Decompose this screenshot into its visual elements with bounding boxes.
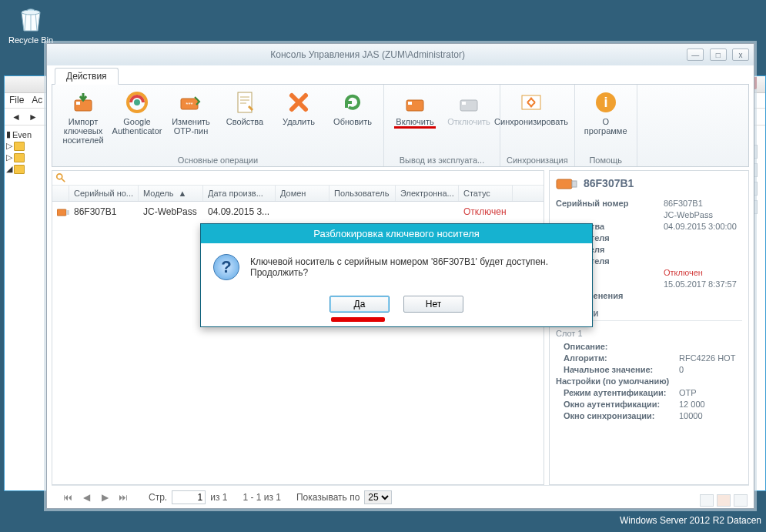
ribbon-group-label: Вывод из эксплуата... — [390, 154, 493, 165]
ribbon-group-label: Синхронизация — [507, 154, 568, 165]
ribbon-label: Обновить — [333, 117, 372, 126]
ribbon-enable-button[interactable]: Включить — [390, 88, 440, 154]
win-close-button[interactable]: x — [732, 49, 749, 61]
ribbon-sync-button[interactable]: Синхронизировать — [507, 88, 556, 154]
pager-show-label: Показывать по — [296, 492, 360, 503]
pager-first[interactable]: ⏮ — [61, 492, 75, 503]
grid-panel: Серийный но...Модель ▲Дата произв...Доме… — [52, 170, 544, 485]
ribbon-props-button[interactable]: Свойства — [220, 88, 269, 154]
annotation-underline — [394, 126, 436, 129]
table-col[interactable]: Модель ▲ — [139, 186, 203, 201]
back-arrow-icon[interactable]: ◄ — [9, 111, 23, 123]
table-col[interactable]: Пользователь — [329, 186, 396, 201]
prop-value: 86F307B1 — [664, 199, 703, 208]
about-icon: i — [593, 89, 619, 115]
pager-next[interactable]: ▶ — [98, 492, 112, 503]
delete-icon — [286, 89, 312, 115]
win-minimize-button[interactable]: — — [687, 49, 704, 61]
table-header: Серийный но...Модель ▲Дата произв...Доме… — [52, 186, 544, 202]
disable-icon — [456, 89, 482, 115]
dialog-no-button[interactable]: Нет — [403, 296, 463, 313]
fwd-arrow-icon[interactable]: ► — [26, 111, 40, 123]
bg-menu-action[interactable]: Ac — [32, 95, 42, 106]
win-maximize-button[interactable]: □ — [710, 49, 727, 61]
dialog-message: Ключевой носитель с серийным номером '86… — [250, 256, 580, 278]
details-panel: 86F307B1 Серийный номер86F307B1JC-WebPas… — [549, 170, 749, 485]
unlock-dialog: Разблокировка ключевого носителя ? Ключе… — [200, 223, 593, 327]
folder-icon — [14, 153, 25, 162]
jas-title: Консоль Управления JAS (ZUM\Administrato… — [52, 49, 684, 60]
prop-value: 15.05.2017 8:37:57 — [664, 279, 737, 289]
table-row[interactable]: 86F307B1JC-WebPass04.09.2015 3...Отключе… — [52, 202, 544, 222]
view-btn-2[interactable] — [717, 494, 731, 507]
ribbon-label: Импорт ключевыхносителей — [60, 117, 106, 145]
ribbon-delete-button[interactable]: Удалить — [274, 88, 323, 154]
ribbon-import-button[interactable]: Импорт ключевыхносителей — [59, 88, 108, 154]
pager-last[interactable]: ⏭ — [116, 492, 130, 503]
device-name: 86F307B1 — [584, 177, 634, 189]
ribbon-about-button[interactable]: iО программе — [581, 88, 631, 154]
prop-key: Окно аутентификации: — [564, 400, 679, 409]
search-icon — [55, 172, 66, 183]
table-col-icon[interactable] — [52, 186, 69, 201]
ribbon-group-label: Основные операции — [59, 154, 377, 165]
ribbon-gauth-button[interactable]: GoogleAuthenticator — [112, 88, 162, 154]
prop-value: 10000 — [679, 411, 703, 420]
jas-titlebar[interactable]: Консоль Управления JAS (ZUM\Administrato… — [47, 44, 754, 65]
ribbon-label: Свойства — [226, 117, 263, 126]
cell-date: 04.09.2015 3... — [203, 204, 276, 219]
svg-point-15 — [57, 174, 62, 179]
pager-range: 1 - 1 из 1 — [243, 492, 281, 503]
cell-model: JC-WebPass — [139, 204, 203, 219]
ribbon-otp-button[interactable]: ***ИзменитьOTP-пин — [166, 88, 216, 154]
slot-prop: Алгоритм:RFC4226 HOT — [564, 353, 742, 363]
sync-icon — [518, 89, 544, 115]
ribbon-label: О программе — [583, 117, 629, 136]
table-col[interactable]: Дата произв... — [203, 186, 276, 201]
prop-value: 04.09.2015 3:00:00 — [664, 222, 737, 231]
bg-tree-root[interactable]: Even — [12, 130, 32, 139]
svg-rect-19 — [557, 179, 572, 189]
dialog-yes-button[interactable]: Да — [329, 296, 390, 313]
prop-key: Начальное значение: — [564, 365, 679, 374]
ribbon-refresh-button[interactable]: Обновить — [328, 88, 377, 154]
pager-page-input[interactable] — [172, 490, 206, 504]
cell-domain — [276, 204, 329, 219]
table-col[interactable]: Электронна... — [396, 186, 459, 201]
cell-serial: 86F307B1 — [69, 204, 139, 219]
pager-show-select[interactable]: 25 — [364, 490, 392, 504]
prop-value: 12 000 — [679, 400, 705, 409]
props-icon — [232, 89, 258, 115]
recycle-bin[interactable]: Recycle Bin — [8, 3, 54, 45]
folder-icon — [14, 165, 25, 174]
bg-menu-file[interactable]: File — [9, 95, 24, 106]
tab-actions[interactable]: Действия — [55, 68, 119, 85]
prop-value: 0 — [679, 365, 684, 374]
svg-rect-11 — [462, 102, 466, 105]
prop-key: Описание: — [564, 342, 679, 351]
recycle-bin-icon — [15, 3, 46, 34]
svg-text:***: *** — [186, 101, 192, 108]
ribbon-label: Включить — [396, 117, 433, 126]
view-btn-1[interactable] — [700, 494, 714, 507]
settings-prop: Окно синхронизации:10000 — [564, 411, 742, 420]
table-col[interactable]: Домен — [276, 186, 329, 201]
view-btn-3[interactable] — [734, 494, 748, 507]
prop-key: Алгоритм: — [564, 353, 679, 363]
pager-prev[interactable]: ◀ — [79, 492, 93, 503]
table-col[interactable]: Серийный но... — [69, 186, 139, 201]
otp-icon: *** — [178, 89, 204, 115]
cell-user — [329, 204, 396, 219]
detail-prop: Серийный номер86F307B1 — [556, 199, 742, 208]
prop-value: JC-WebPass — [664, 210, 713, 219]
bg-tree[interactable]: ▮Even ▷ ▷ ◢ — [5, 125, 47, 486]
prop-value: OTP — [679, 388, 697, 397]
svg-rect-2 — [76, 102, 80, 105]
question-icon: ? — [213, 254, 239, 280]
search-bar[interactable] — [52, 171, 544, 186]
svg-rect-7 — [238, 92, 252, 112]
prop-key — [556, 210, 664, 219]
svg-line-16 — [62, 179, 65, 182]
svg-rect-17 — [57, 209, 66, 216]
table-col[interactable]: Статус — [459, 186, 513, 201]
